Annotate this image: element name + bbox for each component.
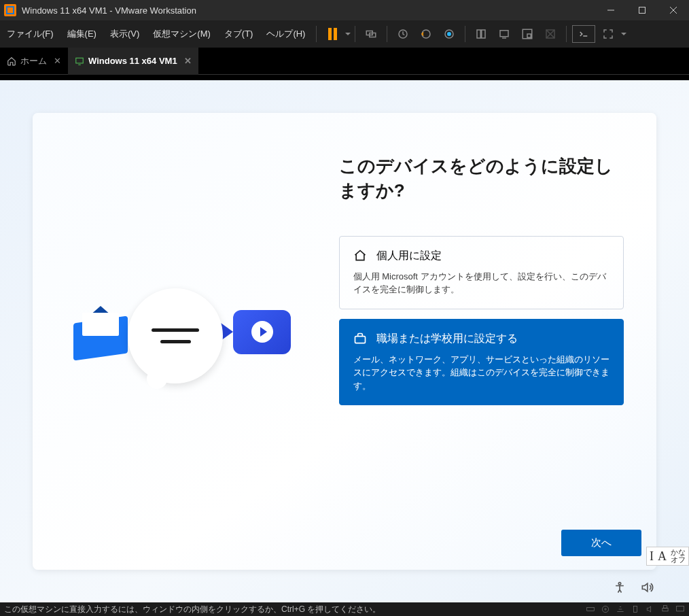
vm-icon xyxy=(75,56,84,66)
svg-rect-20 xyxy=(662,608,668,611)
maximize-button[interactable] xyxy=(626,0,658,20)
vmware-logo-icon xyxy=(4,4,16,16)
svg-rect-9 xyxy=(500,31,508,37)
option-personal[interactable]: 個人用に設定 個人用 Microsoft アカウントを使用して、設定を行い、この… xyxy=(339,236,624,309)
snapshot-manager-button[interactable] xyxy=(438,20,461,48)
tabbar: ホーム ✕ Windows 11 x64 VM1 ✕ xyxy=(0,48,689,75)
svg-point-18 xyxy=(605,609,606,610)
view-single-button[interactable] xyxy=(470,20,493,48)
menubar: ファイル(F) 編集(E) 表示(V) 仮想マシン(M) タブ(T) ヘルプ(H… xyxy=(0,20,689,48)
briefcase-icon xyxy=(353,332,367,345)
fullscreen-button[interactable] xyxy=(597,20,620,48)
menu-tab[interactable]: タブ(T) xyxy=(217,20,260,48)
oobe-hero-area xyxy=(33,113,332,570)
next-button[interactable]: 次へ xyxy=(561,530,641,556)
usb-icon[interactable] xyxy=(631,604,640,614)
svg-rect-11 xyxy=(527,34,531,37)
menu-view[interactable]: 表示(V) xyxy=(103,20,146,48)
network-icon[interactable] xyxy=(616,604,625,614)
svg-rect-16 xyxy=(587,608,595,611)
power-dropdown[interactable] xyxy=(345,33,351,35)
svg-rect-21 xyxy=(664,606,667,609)
tab-vm-close[interactable]: ✕ xyxy=(184,56,192,66)
titlebar: Windows 11 x64 VM1 - VMware Workstation xyxy=(0,0,689,20)
vm-viewport[interactable]: このデバイスをどのように設定しますか? 個人用に設定 個人用 Microsoft… xyxy=(0,80,689,602)
close-button[interactable] xyxy=(658,0,689,20)
option-personal-title: 個人用に設定 xyxy=(376,249,442,263)
home-icon xyxy=(7,56,16,66)
send-ctrl-alt-del-button[interactable] xyxy=(359,20,383,48)
svg-rect-22 xyxy=(677,606,684,611)
volume-icon[interactable] xyxy=(640,581,654,594)
menu-help[interactable]: ヘルプ(H) xyxy=(260,20,312,48)
snapshot-take-button[interactable] xyxy=(391,20,414,48)
menu-vm[interactable]: 仮想マシン(M) xyxy=(146,20,217,48)
view-console-button[interactable] xyxy=(493,20,516,48)
option-work[interactable]: 職場または学校用に設定する メール、ネットワーク、アプリ、サービスといった組織の… xyxy=(339,319,624,406)
option-personal-desc: 個人用 Microsoft アカウントを使用して、設定を行い、このデバイスを完全… xyxy=(353,270,610,296)
sound-icon[interactable] xyxy=(646,604,655,614)
svg-rect-8 xyxy=(482,30,485,38)
tab-home-label: ホーム xyxy=(20,55,47,67)
snapshot-revert-button[interactable] xyxy=(414,20,438,48)
minimize-button[interactable] xyxy=(595,0,626,20)
svg-rect-14 xyxy=(355,337,365,343)
oobe-title: このデバイスをどのように設定しますか? xyxy=(339,154,624,203)
window-title: Windows 11 x64 VM1 - VMware Workstation xyxy=(22,5,595,16)
home-outline-icon xyxy=(353,249,367,262)
menu-edit[interactable]: 編集(E) xyxy=(60,20,103,48)
tab-vm-label: Windows 11 x64 VM1 xyxy=(88,56,177,66)
svg-rect-13 xyxy=(76,58,84,63)
option-work-desc: メール、ネットワーク、アプリ、サービスといった組織のリソースにアクセスできます。… xyxy=(353,353,610,393)
svg-point-6 xyxy=(448,33,451,36)
ime-line2: オフ xyxy=(671,556,686,564)
svg-point-4 xyxy=(422,30,430,38)
svg-point-17 xyxy=(602,606,608,612)
svg-point-15 xyxy=(618,583,620,585)
printer-icon[interactable] xyxy=(660,604,670,614)
tab-home[interactable]: ホーム ✕ xyxy=(0,48,68,75)
mail-icon xyxy=(73,314,135,362)
option-work-title: 職場または学校用に設定する xyxy=(376,332,518,346)
svg-rect-0 xyxy=(639,7,646,14)
fullscreen-dropdown[interactable] xyxy=(621,33,626,35)
tab-home-close[interactable]: ✕ xyxy=(54,56,61,66)
display-icon[interactable] xyxy=(675,604,685,614)
oobe-card: このデバイスをどのように設定しますか? 個人用に設定 個人用 Microsoft… xyxy=(33,113,656,570)
ime-indicator[interactable]: I A かなオフ xyxy=(646,547,689,566)
svg-rect-19 xyxy=(634,606,637,612)
accessibility-icon[interactable] xyxy=(613,581,626,594)
chat-bubble-icon xyxy=(128,288,223,383)
status-message: この仮想マシンに直接入力するには、ウィンドウの内側をクリックするか、Ctrl+G… xyxy=(4,604,381,615)
quick-switch-button[interactable] xyxy=(572,25,595,43)
view-unity-button[interactable] xyxy=(539,20,562,48)
tab-vm[interactable]: Windows 11 x64 VM1 ✕ xyxy=(68,48,198,75)
svg-rect-7 xyxy=(477,30,480,38)
cd-icon[interactable] xyxy=(601,604,610,614)
statusbar: この仮想マシンに直接入力するには、ウィンドウの内側をクリックするか、Ctrl+G… xyxy=(0,602,689,616)
hdd-icon[interactable] xyxy=(586,604,595,614)
video-icon xyxy=(216,306,291,360)
pause-button[interactable] xyxy=(321,20,344,48)
view-thumbnail-button[interactable] xyxy=(516,20,539,48)
menu-file[interactable]: ファイル(F) xyxy=(0,20,60,48)
